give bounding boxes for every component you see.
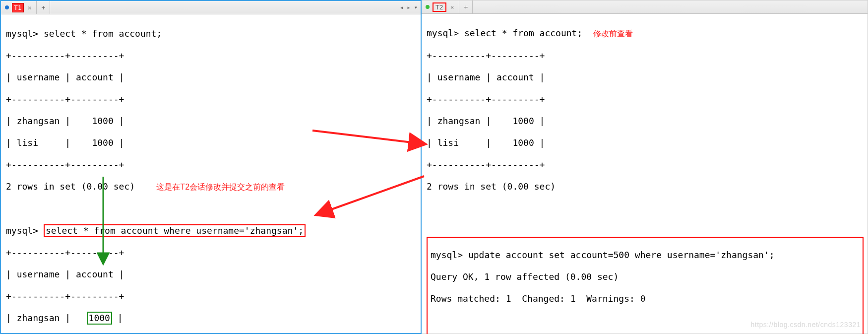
terminal-pane-t2: T2 × + mysql> select * from account; 修改前… (422, 0, 868, 334)
watermark: https://blog.csdn.net/cnds123321 (751, 319, 861, 330)
table-separator: +----------+---------+ (6, 291, 417, 302)
mysql-prompt: mysql> (6, 225, 38, 236)
tab-t2[interactable]: T2 × (422, 0, 459, 13)
mysql-prompt: mysql> (427, 28, 459, 38)
table-separator: +----------+---------+ (6, 247, 417, 258)
table-separator: +----------+---------+ (427, 159, 864, 170)
add-tab-button[interactable]: + (459, 0, 473, 13)
table-separator: +----------+---------+ (427, 50, 864, 61)
table-row: | zhangsan | 1000 | (6, 116, 417, 127)
annotation-before: 这是在T2会话修改并提交之前的查看 (156, 183, 285, 191)
terminal-pane-t1: T1 × + ◂ ▸ ▾ mysql> select * from accoun… (0, 0, 422, 334)
terminal-output-t2[interactable]: mysql> select * from account; 修改前查看 +---… (422, 14, 868, 334)
update-ok: Query OK, 1 row affected (0.00 sec) (431, 271, 860, 282)
tab-label: T1 (12, 3, 24, 12)
sql-query: select * from account; (464, 28, 582, 38)
table-header: | username | account | (6, 72, 417, 83)
mysql-prompt: mysql> (6, 28, 38, 39)
highlighted-query-before: select * from account where username='zh… (44, 224, 306, 237)
tab-status-dot-icon (426, 5, 430, 9)
annotation-before: 修改前查看 (593, 29, 633, 38)
tab-status-dot-icon (5, 5, 9, 9)
table-header: | username | account | (6, 269, 417, 280)
value-before: 1000 (87, 312, 112, 325)
table-separator: +----------+---------+ (6, 50, 417, 61)
table-row: | lisi | 1000 | (6, 137, 417, 148)
tab-t1[interactable]: T1 × (1, 1, 37, 14)
update-stats: Rows matched: 1 Changed: 1 Warnings: 0 (431, 293, 860, 304)
terminal-output-t1[interactable]: mysql> select * from account; +---------… (1, 14, 421, 334)
table-row: | zhangsan | 1000 | (427, 116, 864, 127)
close-icon[interactable]: × (449, 3, 455, 11)
sql-query: select * from account; (44, 28, 162, 39)
tab-bar-left: T1 × + ◂ ▸ ▾ (1, 1, 421, 14)
close-icon[interactable]: × (27, 4, 33, 11)
add-tab-button[interactable]: + (37, 1, 50, 14)
tab-label: T2 (433, 2, 446, 12)
tab-bar-right: T2 × + (422, 0, 868, 14)
tab-nav-controls[interactable]: ◂ ▸ ▾ (400, 1, 418, 14)
table-row: | zhangsan | 1000 | (6, 313, 417, 324)
table-separator: +----------+---------+ (6, 94, 417, 105)
sql-update: update account set account=500 where use… (468, 250, 775, 260)
table-header: | username | account | (427, 72, 864, 83)
table-separator: +----------+---------+ (6, 159, 417, 170)
result-summary: 2 rows in set (0.00 sec) (427, 181, 864, 192)
mysql-prompt: mysql> (431, 250, 463, 260)
result-summary: 2 rows in set (0.00 sec) (6, 181, 135, 192)
table-separator: +----------+---------+ (427, 94, 864, 105)
table-row: | lisi | 1000 | (427, 137, 864, 148)
